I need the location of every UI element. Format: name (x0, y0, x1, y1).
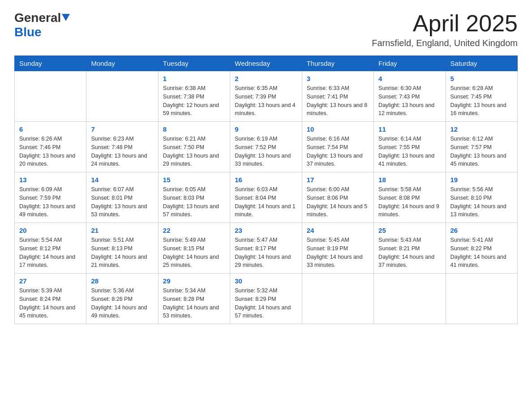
day-number: 8 (163, 125, 225, 133)
logo-arrow-icon (62, 14, 70, 23)
table-row: 9Sunrise: 6:19 AMSunset: 7:52 PMDaylight… (230, 122, 302, 172)
table-row: 2Sunrise: 6:35 AMSunset: 7:39 PMDaylight… (230, 71, 302, 122)
col-sunday: Sunday (15, 56, 86, 71)
table-row: 6Sunrise: 6:26 AMSunset: 7:46 PMDaylight… (15, 122, 86, 172)
day-info: Sunrise: 6:26 AMSunset: 7:46 PMDaylight:… (19, 135, 82, 168)
table-row: 15Sunrise: 6:05 AMSunset: 8:03 PMDayligh… (158, 172, 230, 223)
day-number: 16 (235, 176, 297, 184)
day-number: 30 (235, 277, 297, 285)
day-number: 5 (450, 75, 513, 82)
table-row: 13Sunrise: 6:09 AMSunset: 7:59 PMDayligh… (15, 172, 86, 223)
page-header: General Blue April 2025 Farnsfield, Engl… (14, 11, 518, 48)
table-row: 22Sunrise: 5:49 AMSunset: 8:15 PMDayligh… (158, 223, 230, 274)
table-row: 28Sunrise: 5:36 AMSunset: 8:26 PMDayligh… (86, 274, 158, 324)
table-row (374, 274, 446, 324)
table-row: 1Sunrise: 6:38 AMSunset: 7:38 PMDaylight… (158, 71, 230, 122)
day-info: Sunrise: 6:23 AMSunset: 7:48 PMDaylight:… (91, 135, 153, 168)
day-number: 2 (235, 75, 297, 82)
day-info: Sunrise: 6:09 AMSunset: 7:59 PMDaylight:… (19, 185, 82, 219)
day-number: 1 (163, 75, 225, 82)
day-info: Sunrise: 6:38 AMSunset: 7:38 PMDaylight:… (163, 84, 225, 118)
calendar-header-row: Sunday Monday Tuesday Wednesday Thursday… (15, 56, 518, 71)
table-row: 26Sunrise: 5:41 AMSunset: 8:22 PMDayligh… (446, 223, 517, 274)
day-info: Sunrise: 5:49 AMSunset: 8:15 PMDaylight:… (163, 236, 225, 270)
day-number: 15 (163, 176, 225, 184)
table-row: 7Sunrise: 6:23 AMSunset: 7:48 PMDaylight… (86, 122, 158, 172)
table-row: 23Sunrise: 5:47 AMSunset: 8:17 PMDayligh… (230, 223, 302, 274)
col-tuesday: Tuesday (158, 56, 230, 71)
day-number: 26 (450, 227, 513, 234)
calendar-week-row: 20Sunrise: 5:54 AMSunset: 8:12 PMDayligh… (15, 223, 518, 274)
day-info: Sunrise: 6:19 AMSunset: 7:52 PMDaylight:… (235, 135, 297, 168)
day-info: Sunrise: 6:28 AMSunset: 7:45 PMDaylight:… (450, 84, 513, 118)
day-info: Sunrise: 5:54 AMSunset: 8:12 PMDaylight:… (19, 236, 82, 270)
day-number: 11 (378, 125, 441, 133)
day-info: Sunrise: 6:00 AMSunset: 8:06 PMDaylight:… (307, 185, 369, 219)
day-info: Sunrise: 5:51 AMSunset: 8:13 PMDaylight:… (91, 236, 153, 270)
day-info: Sunrise: 5:34 AMSunset: 8:28 PMDaylight:… (163, 287, 225, 320)
logo: General Blue (14, 11, 70, 39)
day-info: Sunrise: 6:12 AMSunset: 7:57 PMDaylight:… (450, 135, 513, 168)
day-info: Sunrise: 6:05 AMSunset: 8:03 PMDaylight:… (163, 185, 225, 219)
day-info: Sunrise: 5:32 AMSunset: 8:29 PMDaylight:… (235, 287, 297, 320)
day-info: Sunrise: 5:36 AMSunset: 8:26 PMDaylight:… (91, 287, 153, 320)
table-row: 10Sunrise: 6:16 AMSunset: 7:54 PMDayligh… (302, 122, 373, 172)
calendar-week-row: 6Sunrise: 6:26 AMSunset: 7:46 PMDaylight… (15, 122, 518, 172)
table-row: 21Sunrise: 5:51 AMSunset: 8:13 PMDayligh… (86, 223, 158, 274)
day-info: Sunrise: 6:16 AMSunset: 7:54 PMDaylight:… (307, 135, 369, 168)
day-number: 12 (450, 125, 513, 133)
day-info: Sunrise: 5:56 AMSunset: 8:10 PMDaylight:… (450, 185, 513, 219)
day-info: Sunrise: 6:07 AMSunset: 8:01 PMDaylight:… (91, 185, 153, 219)
table-row: 4Sunrise: 6:30 AMSunset: 7:43 PMDaylight… (374, 71, 446, 122)
day-number: 27 (19, 277, 82, 285)
day-info: Sunrise: 6:14 AMSunset: 7:55 PMDaylight:… (378, 135, 441, 168)
day-number: 10 (307, 125, 369, 133)
day-number: 23 (235, 227, 297, 234)
day-number: 13 (19, 176, 82, 184)
col-monday: Monday (86, 56, 158, 71)
day-number: 6 (19, 125, 82, 133)
day-info: Sunrise: 5:41 AMSunset: 8:22 PMDaylight:… (450, 236, 513, 270)
day-info: Sunrise: 6:21 AMSunset: 7:50 PMDaylight:… (163, 135, 225, 168)
table-row: 25Sunrise: 5:43 AMSunset: 8:21 PMDayligh… (374, 223, 446, 274)
table-row: 16Sunrise: 6:03 AMSunset: 8:04 PMDayligh… (230, 172, 302, 223)
day-number: 21 (91, 227, 153, 234)
col-friday: Friday (374, 56, 446, 71)
col-wednesday: Wednesday (230, 56, 302, 71)
table-row (15, 71, 86, 122)
day-number: 29 (163, 277, 225, 285)
calendar-week-row: 1Sunrise: 6:38 AMSunset: 7:38 PMDaylight… (15, 71, 518, 122)
day-number: 3 (307, 75, 369, 82)
table-row: 30Sunrise: 5:32 AMSunset: 8:29 PMDayligh… (230, 274, 302, 324)
table-row: 8Sunrise: 6:21 AMSunset: 7:50 PMDaylight… (158, 122, 230, 172)
day-info: Sunrise: 5:58 AMSunset: 8:08 PMDaylight:… (378, 185, 441, 219)
table-row: 27Sunrise: 5:39 AMSunset: 8:24 PMDayligh… (15, 274, 86, 324)
day-info: Sunrise: 6:33 AMSunset: 7:41 PMDaylight:… (307, 84, 369, 118)
day-info: Sunrise: 5:47 AMSunset: 8:17 PMDaylight:… (235, 236, 297, 270)
table-row: 14Sunrise: 6:07 AMSunset: 8:01 PMDayligh… (86, 172, 158, 223)
day-info: Sunrise: 6:30 AMSunset: 7:43 PMDaylight:… (378, 84, 441, 118)
day-number: 14 (91, 176, 153, 184)
day-number: 18 (378, 176, 441, 184)
day-number: 22 (163, 227, 225, 234)
table-row: 3Sunrise: 6:33 AMSunset: 7:41 PMDaylight… (302, 71, 373, 122)
col-thursday: Thursday (302, 56, 373, 71)
day-number: 24 (307, 227, 369, 234)
day-number: 9 (235, 125, 297, 133)
logo-general: General (14, 11, 61, 25)
day-info: Sunrise: 5:45 AMSunset: 8:19 PMDaylight:… (307, 236, 369, 270)
title-section: April 2025 Farnsfield, England, United K… (372, 11, 518, 48)
calendar-table: Sunday Monday Tuesday Wednesday Thursday… (14, 56, 518, 324)
table-row: 11Sunrise: 6:14 AMSunset: 7:55 PMDayligh… (374, 122, 446, 172)
table-row: 29Sunrise: 5:34 AMSunset: 8:28 PMDayligh… (158, 274, 230, 324)
table-row: 5Sunrise: 6:28 AMSunset: 7:45 PMDaylight… (446, 71, 517, 122)
logo-blue: Blue (14, 25, 42, 39)
day-number: 17 (307, 176, 369, 184)
day-info: Sunrise: 5:39 AMSunset: 8:24 PMDaylight:… (19, 287, 82, 320)
table-row: 20Sunrise: 5:54 AMSunset: 8:12 PMDayligh… (15, 223, 86, 274)
calendar-week-row: 13Sunrise: 6:09 AMSunset: 7:59 PMDayligh… (15, 172, 518, 223)
table-row: 18Sunrise: 5:58 AMSunset: 8:08 PMDayligh… (374, 172, 446, 223)
month-title: April 2025 (372, 11, 518, 36)
day-number: 7 (91, 125, 153, 133)
day-number: 28 (91, 277, 153, 285)
